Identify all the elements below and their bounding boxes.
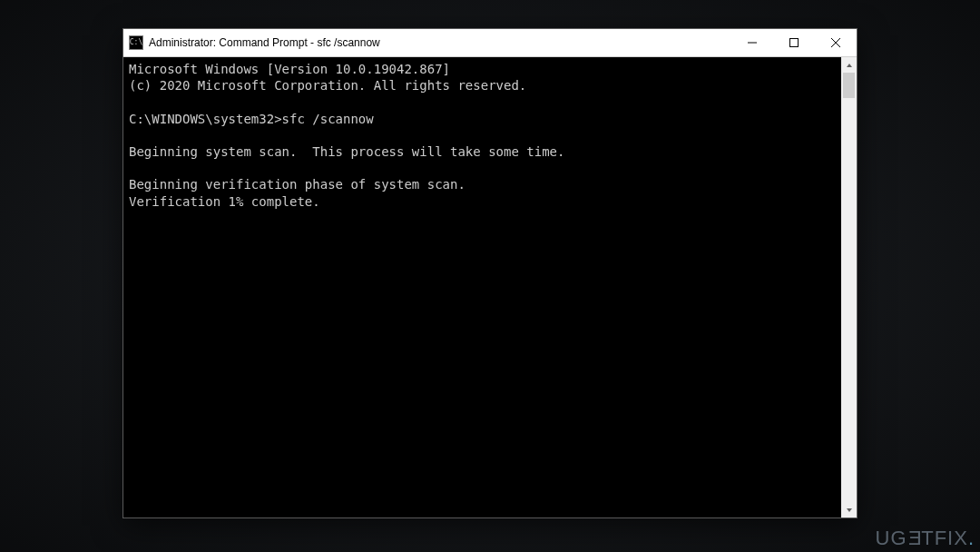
window-controls <box>731 29 857 56</box>
maximize-button[interactable] <box>773 29 815 56</box>
command-prompt-window: C:\ Administrator: Command Prompt - sfc … <box>122 28 858 518</box>
scrollbar-thumb[interactable] <box>843 73 855 98</box>
scroll-up-button[interactable] <box>841 57 857 73</box>
svg-marker-4 <box>847 64 852 67</box>
cmd-icon: C:\ <box>129 35 143 50</box>
titlebar[interactable]: C:\ Administrator: Command Prompt - sfc … <box>123 29 857 56</box>
watermark-logo: UGETFIX. <box>876 527 975 550</box>
cmd-icon-glyph: C:\ <box>130 39 142 46</box>
scrollbar-track[interactable] <box>841 73 857 502</box>
svg-marker-5 <box>847 508 852 512</box>
console-output[interactable]: Microsoft Windows [Version 10.0.19042.86… <box>123 57 841 518</box>
close-button[interactable] <box>815 29 857 56</box>
scroll-down-button[interactable] <box>841 502 857 518</box>
window-title: Administrator: Command Prompt - sfc /sca… <box>149 36 380 49</box>
watermark-part-3: TFIX <box>921 527 968 549</box>
minimize-button[interactable] <box>731 29 773 56</box>
console-area: Microsoft Windows [Version 10.0.19042.86… <box>123 56 857 518</box>
vertical-scrollbar[interactable] <box>841 57 857 518</box>
watermark-dot: . <box>968 527 975 549</box>
watermark-part-1: UG <box>876 527 907 549</box>
svg-rect-1 <box>790 39 799 47</box>
watermark-part-e: E <box>907 527 922 550</box>
